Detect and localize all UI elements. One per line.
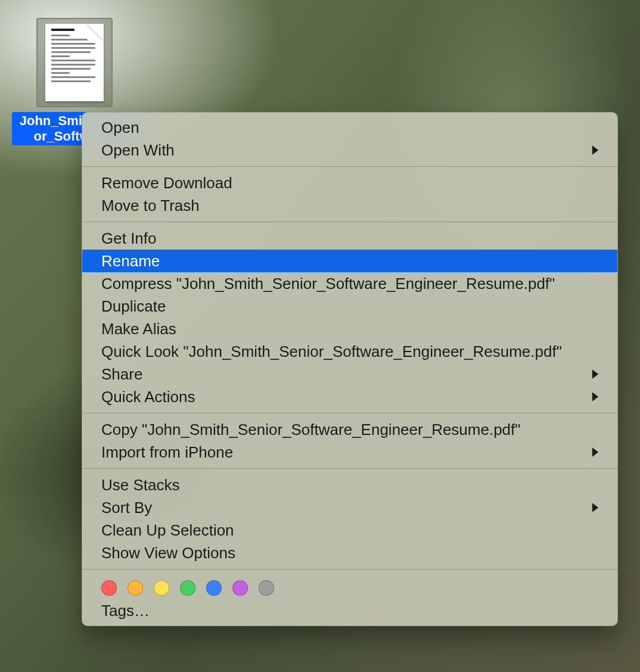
menu-item-label: Show View Options — [101, 542, 235, 564]
menu-item-open-with[interactable]: Open With — [82, 139, 617, 161]
menu-separator — [82, 166, 617, 167]
tag-color-6[interactable] — [259, 580, 274, 596]
menu-item-rename[interactable]: Rename — [82, 250, 617, 272]
tags-color-row — [82, 574, 617, 599]
menu-item-copy-file[interactable]: Copy "John_Smith_Senior_Software_Enginee… — [82, 418, 617, 441]
menu-item-label: Make Alias — [101, 318, 176, 340]
submenu-arrow-icon — [591, 391, 599, 402]
tag-color-1[interactable] — [128, 580, 143, 596]
tag-color-5[interactable] — [232, 580, 248, 596]
menu-item-import-from-iphone[interactable]: Import from iPhone — [82, 441, 617, 463]
document-icon — [36, 18, 113, 107]
menu-item-move-to-trash[interactable]: Move to Trash — [82, 194, 617, 217]
menu-item-label: Quick Actions — [101, 385, 195, 408]
menu-item-make-alias[interactable]: Make Alias — [82, 318, 617, 340]
menu-item-label: Get Info — [101, 227, 157, 250]
menu-separator — [82, 222, 617, 222]
menu-item-share[interactable]: Share — [82, 363, 617, 385]
menu-separator — [82, 413, 617, 413]
submenu-arrow-icon — [591, 447, 599, 458]
tag-color-3[interactable] — [180, 580, 195, 596]
menu-item-label: Remove Download — [101, 172, 232, 194]
menu-item-label: Open — [101, 116, 139, 139]
menu-item-quick-look-file[interactable]: Quick Look "John_Smith_Senior_Software_E… — [82, 340, 617, 363]
menu-item-clean-up-selection[interactable]: Clean Up Selection — [82, 519, 617, 542]
menu-item-label: Open With — [101, 139, 175, 161]
menu-item-label: Use Stacks — [101, 474, 180, 496]
menu-item-quick-actions[interactable]: Quick Actions — [82, 385, 617, 408]
menu-item-label: Copy "John_Smith_Senior_Software_Enginee… — [101, 418, 521, 441]
menu-item-label: Sort By — [101, 496, 152, 519]
menu-separator — [82, 468, 617, 469]
context-menu: OpenOpen WithRemove DownloadMove to Tras… — [82, 112, 618, 626]
menu-item-label: Clean Up Selection — [101, 519, 234, 542]
menu-item-label: Rename — [101, 250, 160, 272]
menu-item-sort-by[interactable]: Sort By — [82, 496, 617, 519]
menu-item-label: Quick Look "John_Smith_Senior_Software_E… — [101, 340, 562, 363]
menu-item-use-stacks[interactable]: Use Stacks — [82, 474, 617, 496]
menu-item-label: Compress "John_Smith_Senior_Software_Eng… — [101, 272, 555, 295]
menu-item-remove-download[interactable]: Remove Download — [82, 172, 617, 194]
tag-color-4[interactable] — [206, 580, 222, 596]
menu-item-label: Duplicate — [101, 295, 166, 318]
menu-separator — [82, 569, 617, 570]
desktop-background[interactable]: John_Smith_Senior_Softwar… OpenOpen With… — [0, 0, 640, 672]
submenu-arrow-icon — [591, 502, 599, 513]
menu-item-get-info[interactable]: Get Info — [82, 227, 617, 250]
menu-item-duplicate[interactable]: Duplicate — [82, 295, 617, 318]
menu-item-label: Move to Trash — [101, 194, 200, 217]
tag-color-2[interactable] — [154, 580, 169, 596]
menu-item-label: Tags… — [101, 599, 150, 622]
menu-item-label: Import from iPhone — [101, 441, 233, 463]
menu-item-show-view-options[interactable]: Show View Options — [82, 542, 617, 564]
tag-color-0[interactable] — [101, 580, 117, 596]
menu-item-label: Share — [101, 363, 142, 385]
menu-item-tags[interactable]: Tags… — [82, 599, 617, 622]
menu-item-compress-file[interactable]: Compress "John_Smith_Senior_Software_Eng… — [82, 272, 617, 295]
menu-item-open[interactable]: Open — [82, 116, 617, 139]
submenu-arrow-icon — [591, 145, 599, 155]
submenu-arrow-icon — [591, 369, 599, 379]
